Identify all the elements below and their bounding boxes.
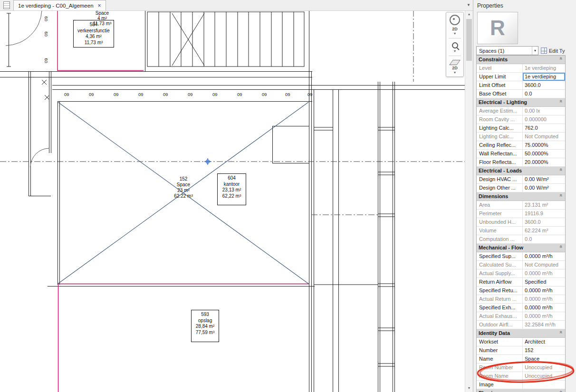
navigation-wheel-button[interactable]	[450, 14, 460, 26]
property-value[interactable]: Architect	[523, 338, 565, 346]
collapse-chevron-icon[interactable]: «	[557, 56, 565, 64]
chevron-down-icon[interactable]: ▾	[532, 47, 537, 55]
property-row-outdoor-airfl: Outdoor Airfl...32.2584 m³/h	[477, 321, 565, 329]
property-row-actual-exhaus: Actual Exhaus...0.0000 m³/h	[477, 312, 565, 321]
property-value[interactable]: Unoccupied	[523, 363, 565, 372]
property-row-lighting-calc: Lighting Calc...Not Computed	[477, 133, 565, 141]
property-value[interactable]: Space	[523, 355, 565, 363]
section-header-dimensions[interactable]: Dimensions«	[477, 192, 565, 201]
property-value[interactable]: Not Computed	[523, 133, 565, 141]
section-label: Mechanical - Flow	[477, 244, 523, 252]
section-header-constraints[interactable]: Constraints«	[477, 56, 565, 64]
chevron-down-icon[interactable]: ▾	[454, 70, 456, 75]
verkeersfunctie-space-tag[interactable]: 584verkeersfunctie4,36 m²11,73 m³	[73, 20, 114, 48]
property-row-wall-reflectan: Wall Reflectan...50.0000%	[477, 150, 565, 158]
property-value[interactable]: 3600.0	[523, 81, 565, 89]
tag-line: 11,73 m³	[74, 40, 114, 46]
collapse-chevron-icon[interactable]: «	[557, 98, 565, 106]
dimension-text: 60	[307, 92, 313, 97]
dimension-text: 60	[188, 92, 193, 97]
property-value[interactable]: 3600.0	[523, 218, 565, 226]
collapse-chevron-icon[interactable]: «	[557, 244, 565, 252]
section-header-mechanical-flow[interactable]: Mechanical - Flow«	[477, 244, 565, 252]
property-value[interactable]: 50.0000%	[523, 150, 565, 158]
scroll-up-icon[interactable]: ▲	[465, 10, 473, 18]
edit-type-icon	[541, 48, 547, 54]
property-label: Specified Retu...	[477, 287, 523, 295]
property-value[interactable]: 762.0	[523, 124, 565, 132]
property-row-specified-sup: Specified Sup...0.0000 m³/h	[477, 252, 565, 261]
property-row-room-number: Room NumberUnoccupied	[477, 363, 565, 372]
property-value[interactable]: 0.00 W/m²	[523, 175, 565, 183]
property-row-upper-limit: Upper Limit1e verdieping	[477, 73, 565, 81]
chevron-down-icon[interactable]: ▾	[454, 31, 456, 36]
scrollbar-thumb[interactable]	[466, 19, 472, 61]
property-value[interactable]: 1e verdieping	[523, 73, 565, 81]
property-value[interactable]: Specified	[523, 278, 565, 286]
collapse-chevron-icon[interactable]: «	[557, 167, 565, 175]
property-value[interactable]: 20.0000%	[523, 158, 565, 166]
chevron-down-icon[interactable]: ▾	[454, 49, 456, 53]
navbar-divider	[449, 56, 461, 56]
tag-line: verkeersfunctie	[74, 28, 114, 34]
property-row-base-offset: Base Offset0.0	[477, 90, 565, 98]
canvas-vertical-scrollbar[interactable]: ▲ ▼	[465, 10, 473, 392]
kantoor-space-tag[interactable]: 604kantoor23,13 m²62,22 m³	[217, 173, 246, 205]
section-header-electrical-loads[interactable]: Electrical - Loads«	[477, 167, 565, 175]
property-value[interactable]	[523, 381, 565, 389]
2d-wheel-button[interactable]: 2D ▾	[452, 27, 458, 36]
section-header-electrical-lighting[interactable]: Electrical - Lighting«	[477, 98, 565, 107]
collapse-chevron-icon[interactable]: «	[557, 389, 565, 392]
section-label: Constraints	[477, 56, 508, 64]
property-row-image: Image	[477, 381, 565, 389]
dimension-text: 60	[163, 92, 168, 97]
type-selector-dropdown[interactable]: Spaces (1) ▾	[476, 46, 538, 55]
opslag-space-tag[interactable]: 593opslag28,84 m²77,59 m³	[191, 310, 219, 342]
property-value[interactable]: 32.2584 m³/h	[523, 321, 565, 329]
dimension-text: 60	[114, 92, 119, 97]
section-header-phasing[interactable]: Phasing«	[477, 389, 565, 392]
property-row-ceiling-reflec: Ceiling Reflec...75.0000%	[477, 141, 565, 150]
scroll-down-icon[interactable]: ▼	[465, 384, 473, 392]
property-value[interactable]: 0.0000 m³/h	[523, 312, 565, 320]
tab-close-icon[interactable]: ×	[98, 3, 101, 9]
property-value[interactable]: Unoccupied	[523, 372, 565, 380]
property-label: Lighting Calc...	[477, 133, 523, 141]
property-row-number: Number152	[477, 346, 565, 355]
2d-view-button[interactable]: 2D ▾	[451, 58, 459, 75]
property-label: Room Name	[477, 372, 523, 380]
property-value[interactable]: 0.0000 m³/h	[523, 295, 565, 303]
view-tab[interactable]: 1e verdieping - C00_Algemeen ×	[13, 0, 106, 10]
revit-window: 1e verdieping - C00_Algemeen × ▼	[0, 0, 576, 392]
property-label: Actual Supply...	[477, 269, 523, 277]
property-value[interactable]: 0.0000 m³/h	[523, 287, 565, 295]
property-value[interactable]: 0.00 lx	[523, 107, 565, 115]
drawing-canvas[interactable]: 6060606060606060606060 606060 Space4 m²1…	[0, 10, 465, 392]
property-value[interactable]: 0.0	[523, 235, 565, 243]
property-value[interactable]: 1e verdieping	[523, 64, 565, 72]
views-icon[interactable]	[3, 1, 10, 9]
property-value[interactable]: Not Computed	[523, 261, 565, 269]
room-center-label[interactable]: 152Space23 m²62.22 m³	[157, 176, 210, 199]
property-value[interactable]: 0.000000	[523, 115, 565, 124]
property-value[interactable]: 0.0	[523, 90, 565, 98]
tab-overflow-icon[interactable]: ▼	[467, 3, 470, 7]
collapse-chevron-icon[interactable]: «	[557, 192, 565, 201]
property-value[interactable]: 0.0000 m³/h	[523, 304, 565, 312]
collapse-chevron-icon[interactable]: «	[557, 329, 565, 337]
property-value[interactable]: 19116.9	[523, 210, 565, 218]
tag-line: 23,13 m²	[218, 187, 246, 193]
property-value[interactable]: 0.0000 m³/h	[523, 252, 565, 260]
section-header-identity-data[interactable]: Identity Data«	[477, 329, 565, 338]
property-value[interactable]: 0.0000 m³/h	[523, 269, 565, 277]
edit-type-button[interactable]: Edit Ty	[541, 46, 565, 55]
property-value[interactable]: 152	[523, 346, 565, 354]
property-label: Room Number	[477, 363, 523, 372]
zoom-button[interactable]: ▾	[452, 41, 458, 53]
property-value[interactable]: 0.00 W/m²	[523, 184, 565, 192]
navbar-divider	[449, 38, 461, 38]
property-row-average-estim: Average Estim...0.00 lx	[477, 107, 565, 115]
property-value[interactable]: 62.224 m³	[523, 227, 565, 235]
property-value[interactable]: 23.131 m²	[523, 201, 565, 209]
property-value[interactable]: 75.0000%	[523, 141, 565, 149]
